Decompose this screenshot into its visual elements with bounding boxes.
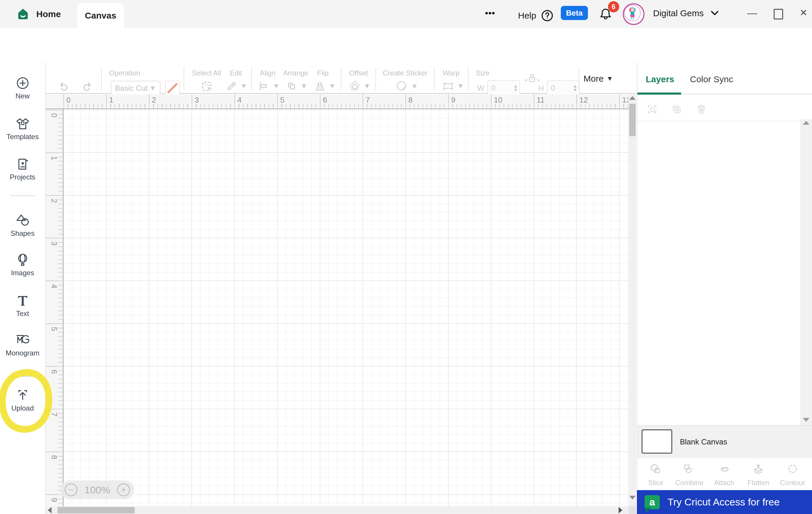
sidebar-item-label: Images bbox=[0, 269, 45, 277]
height-label: H bbox=[539, 84, 544, 93]
home-tab-label: Home bbox=[36, 9, 61, 19]
contour-button[interactable]: Contour bbox=[777, 462, 808, 487]
dropdown-arrow-icon: ▼ bbox=[411, 83, 418, 90]
tab-canvas[interactable]: Canvas bbox=[77, 3, 124, 28]
dropdown-arrow-icon: ▼ bbox=[240, 83, 248, 90]
lock-ratio-icon[interactable] bbox=[524, 72, 541, 86]
op-label: Attach bbox=[709, 479, 740, 487]
color-swatch[interactable] bbox=[165, 81, 180, 95]
create-sticker-button[interactable]: ▼ bbox=[395, 80, 418, 93]
zoom-control: − 100% + bbox=[60, 480, 134, 499]
sidebar-item-shapes[interactable]: Shapes bbox=[0, 213, 45, 238]
vertical-scrollbar-thumb[interactable] bbox=[629, 104, 636, 136]
operation-select[interactable]: Basic Cut ▼ bbox=[111, 81, 161, 95]
avatar[interactable] bbox=[623, 3, 644, 25]
text-icon bbox=[15, 293, 30, 308]
more-label: More bbox=[583, 74, 604, 84]
monogram-icon bbox=[15, 332, 30, 348]
tab-layers[interactable]: Layers bbox=[646, 74, 674, 84]
more-button[interactable]: More ▼ bbox=[583, 74, 613, 84]
blank-canvas-label: Blank Canvas bbox=[680, 437, 727, 447]
ruler-number: 0 bbox=[50, 113, 59, 117]
sidebar-item-templates[interactable]: Templates bbox=[0, 116, 45, 141]
slice-icon bbox=[649, 462, 663, 476]
combine-button[interactable]: Combine bbox=[674, 462, 705, 487]
ruler-number: 0 bbox=[66, 95, 70, 104]
warp-button[interactable]: ▼ bbox=[442, 80, 464, 93]
active-tab-indicator bbox=[637, 93, 681, 95]
scrollbar-corner bbox=[629, 506, 636, 514]
attach-button[interactable]: Attach bbox=[709, 462, 740, 487]
edit-button[interactable]: ▼ bbox=[225, 80, 248, 93]
combine-icon bbox=[682, 462, 696, 476]
offset-button[interactable]: ▼ bbox=[348, 80, 371, 93]
toolbar-divider bbox=[468, 67, 468, 90]
sidebar-item-text[interactable]: Text bbox=[0, 293, 45, 318]
ruler-number: 6 bbox=[50, 370, 59, 374]
scroll-left-arrow[interactable] bbox=[48, 507, 52, 513]
maximize-button[interactable] bbox=[774, 9, 783, 20]
height-value: 0 bbox=[551, 83, 555, 93]
sidebar-item-monogram[interactable]: Monogram bbox=[0, 332, 45, 357]
sidebar-item-images[interactable]: Images bbox=[0, 252, 45, 277]
duplicate-layer-button[interactable] bbox=[670, 102, 684, 116]
scroll-down-arrow[interactable] bbox=[629, 496, 636, 500]
sidebar-item-new[interactable]: New bbox=[0, 75, 45, 100]
hot-air-balloon-icon bbox=[15, 252, 30, 268]
flatten-icon bbox=[751, 462, 765, 476]
stepper-arrows-icon[interactable]: ▲▼ bbox=[513, 84, 520, 92]
tab-color-sync[interactable]: Color Sync bbox=[690, 74, 733, 84]
horizontal-scrollbar-thumb[interactable] bbox=[58, 507, 135, 513]
stepper-arrows-icon[interactable]: ▲▼ bbox=[573, 84, 579, 92]
select-all-label: Select All bbox=[192, 69, 221, 77]
sidebar-item-upload[interactable]: Upload bbox=[0, 388, 45, 412]
canvas-vertical-scrollbar[interactable] bbox=[629, 94, 636, 506]
close-button[interactable]: ✕ bbox=[800, 7, 808, 18]
panel-scroll-down-arrow[interactable] bbox=[803, 418, 809, 422]
beta-badge: Beta bbox=[561, 6, 588, 20]
toolbar-divider bbox=[434, 67, 435, 90]
dropdown-arrow-icon: ▼ bbox=[300, 83, 308, 90]
delete-layer-button[interactable] bbox=[695, 102, 708, 116]
op-label: Combine bbox=[674, 479, 705, 487]
flatten-button[interactable]: Flatten bbox=[743, 462, 774, 487]
op-label: Slice bbox=[640, 479, 671, 487]
notification-count: 6 bbox=[612, 3, 616, 11]
group-layers-button[interactable] bbox=[646, 102, 659, 116]
sidebar-item-projects[interactable]: Projects bbox=[0, 156, 45, 181]
flip-button[interactable]: ▼ bbox=[313, 80, 336, 93]
arrange-label: Arrange bbox=[283, 69, 308, 77]
upload-icon bbox=[15, 388, 30, 403]
canvas-area[interactable] bbox=[63, 109, 629, 506]
overflow-menu-button[interactable]: ••• bbox=[485, 8, 495, 18]
redo-button[interactable] bbox=[81, 80, 93, 93]
align-button[interactable]: ▼ bbox=[257, 80, 280, 93]
offset-label: Offset bbox=[349, 69, 368, 77]
size-label: Size bbox=[476, 69, 490, 77]
select-all-button[interactable] bbox=[200, 80, 213, 93]
ruler-number: 9 bbox=[50, 498, 59, 502]
account-menu[interactable]: Digital Gems bbox=[653, 8, 719, 18]
arrange-button[interactable]: ▼ bbox=[285, 80, 308, 93]
cricut-access-banner[interactable]: a Try Cricut Access for free bbox=[637, 490, 812, 514]
header-row: Untitled Project Save My Stuff Maker 3 bbox=[0, 28, 812, 62]
zoom-out-button[interactable]: − bbox=[64, 483, 78, 496]
tab-color-sync-label: Color Sync bbox=[690, 74, 733, 84]
operation-value: Basic Cut bbox=[115, 84, 148, 93]
width-input[interactable]: 0 ▲▼ bbox=[487, 80, 520, 95]
minimize-button[interactable]: — bbox=[747, 7, 757, 19]
ruler-number: 4 bbox=[237, 95, 241, 104]
panel-scroll-up-arrow[interactable] bbox=[803, 121, 809, 125]
shapes-icon bbox=[15, 213, 30, 228]
height-input[interactable]: 0 ▲▼ bbox=[547, 80, 580, 95]
blank-canvas-thumbnail[interactable] bbox=[642, 429, 672, 454]
panel-scrollbar[interactable] bbox=[800, 119, 812, 425]
scroll-up-arrow[interactable] bbox=[629, 96, 636, 100]
undo-button[interactable] bbox=[58, 80, 70, 93]
ruler-number: 11 bbox=[536, 95, 545, 104]
zoom-in-button[interactable]: + bbox=[117, 483, 130, 496]
slice-button[interactable]: Slice bbox=[640, 462, 671, 487]
tab-home[interactable]: Home bbox=[16, 5, 61, 23]
help-button[interactable]: Help bbox=[518, 9, 554, 22]
scroll-right-arrow[interactable] bbox=[618, 507, 622, 513]
